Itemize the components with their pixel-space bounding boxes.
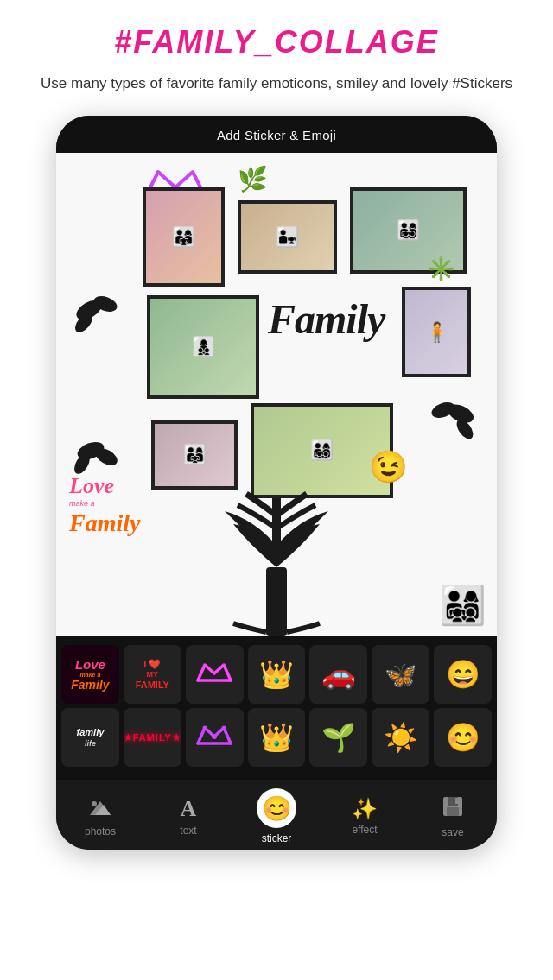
leaf-left-sticker bbox=[73, 287, 121, 342]
sticker-emoji-laugh[interactable]: 😄 bbox=[434, 645, 492, 704]
collage-canvas[interactable]: 🌿 👨‍👩‍👧 👨‍👧 � bbox=[56, 153, 497, 636]
sticker-family-life[interactable]: family life bbox=[61, 708, 119, 767]
sticker-love-family[interactable]: Love make a Family bbox=[61, 645, 119, 704]
sticker-red-car[interactable]: 🚗 bbox=[309, 645, 367, 704]
text-icon: A bbox=[181, 796, 197, 822]
sticker-icon-circle: 😊 bbox=[257, 788, 296, 828]
phone-topbar: Add Sticker & Emoji bbox=[56, 116, 497, 153]
svg-rect-22 bbox=[455, 798, 458, 804]
leaf-decor-top: 🌿 bbox=[238, 165, 268, 193]
sticker-emoji-smile[interactable]: 😊 bbox=[434, 708, 492, 767]
photo-frame-4: 🧍 bbox=[402, 287, 471, 377]
sticker-family-neon[interactable]: ★FAMILY★ bbox=[124, 708, 181, 767]
svg-point-14 bbox=[203, 725, 207, 730]
sticker-row-1: Love make a Family I ❤️ MY FAMILY bbox=[61, 645, 492, 704]
text-label: text bbox=[180, 825, 196, 837]
topbar-label: Add Sticker & Emoji bbox=[217, 128, 336, 142]
bottom-nav: photos A text 😊 sticker ✨ effect bbox=[56, 780, 497, 850]
phone-screen: 🌿 👨‍👩‍👧 👨‍👧 � bbox=[56, 153, 497, 636]
family-tree-sticker bbox=[190, 464, 363, 636]
sticker-crown-neon[interactable] bbox=[186, 708, 244, 767]
svg-point-13 bbox=[212, 734, 217, 739]
nav-sticker[interactable]: 😊 sticker bbox=[238, 788, 315, 844]
sticker-panel: Love make a Family I ❤️ MY FAMILY bbox=[56, 636, 497, 780]
svg-point-15 bbox=[222, 725, 226, 730]
nav-effect[interactable]: ✨ effect bbox=[326, 797, 404, 836]
svg-point-18 bbox=[92, 801, 97, 806]
sticker-butterfly[interactable]: 🦋 bbox=[372, 645, 429, 704]
nav-text[interactable]: A text bbox=[149, 796, 227, 837]
sticker-label: sticker bbox=[262, 832, 292, 844]
photo-frame-2: 👨‍👧 bbox=[238, 200, 337, 274]
phone-frame: Add Sticker & Emoji 🌿 👨‍👩‍👧 bbox=[56, 116, 497, 850]
page-description: Use many types of favorite family emotic… bbox=[17, 73, 536, 95]
photo-frame-1: 👨‍👩‍👧 bbox=[143, 187, 225, 287]
sticker-row-2: family life ★FAMILY★ bbox=[61, 708, 492, 767]
wink-emoji-sticker[interactable]: 😉 bbox=[369, 449, 408, 485]
nav-save[interactable]: save bbox=[414, 795, 492, 838]
header-section: #FAMILY_COLLAGE Use many types of favori… bbox=[0, 0, 553, 109]
svg-rect-10 bbox=[266, 567, 287, 636]
page-title: #FAMILY_COLLAGE bbox=[17, 24, 536, 60]
photo-frame-5: 👩‍👦‍👦 bbox=[147, 295, 259, 399]
sticker-icon: 😊 bbox=[262, 794, 292, 823]
save-label: save bbox=[442, 826, 463, 838]
save-icon bbox=[442, 795, 464, 824]
love-family-sticker[interactable]: Love make a Family bbox=[69, 472, 164, 538]
sticker-i-love-my-family[interactable]: I ❤️ MY FAMILY bbox=[124, 645, 181, 704]
photos-icon bbox=[88, 796, 112, 823]
family-text-sticker[interactable]: Family bbox=[268, 295, 385, 343]
sticker-crown-gold-solid[interactable]: 👑 bbox=[248, 708, 306, 767]
svg-rect-21 bbox=[447, 807, 459, 816]
sticker-crown-gold-outline[interactable]: 👑 bbox=[248, 645, 306, 704]
star-sticker[interactable]: ✳️ bbox=[426, 255, 456, 283]
nav-photos[interactable]: photos bbox=[61, 796, 139, 838]
sticker-plant[interactable]: 🌱 bbox=[309, 708, 367, 767]
phone-mockup: Add Sticker & Emoji 🌿 👨‍👩‍👧 bbox=[0, 109, 553, 850]
family-figures-sticker[interactable]: 👨‍👩‍👧‍👦 bbox=[439, 583, 486, 628]
leaf-right-sticker bbox=[426, 395, 478, 454]
nav-row: photos A text 😊 sticker ✨ effect bbox=[56, 788, 497, 844]
sticker-crown-pink[interactable] bbox=[186, 645, 244, 704]
effect-icon: ✨ bbox=[352, 797, 378, 821]
photos-label: photos bbox=[85, 825, 116, 838]
effect-label: effect bbox=[352, 824, 377, 836]
sticker-sun[interactable]: ☀️ bbox=[372, 708, 429, 767]
